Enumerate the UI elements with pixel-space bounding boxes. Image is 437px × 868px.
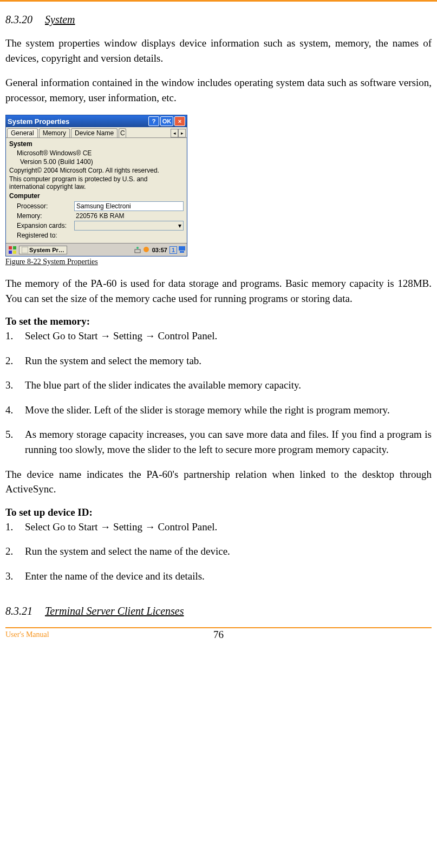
processor-label: Processor: <box>9 202 74 210</box>
processor-field[interactable]: Samsung Electroni <box>74 201 184 211</box>
step-text: The blue part of the slider indicates th… <box>25 378 432 393</box>
svg-rect-5 <box>135 249 140 253</box>
section-number: 8.3.20 <box>5 14 32 25</box>
section-title: Terminal Server Client Licenses <box>45 605 184 617</box>
start-button[interactable] <box>7 245 18 255</box>
step-text: Move the slider. Left of the slider is s… <box>25 403 432 418</box>
step-text: Select Go to Start → Setting → Control P… <box>25 328 432 344</box>
tray-desktop-icon[interactable] <box>178 246 186 254</box>
subheading-device-id: To set up device ID: <box>5 507 432 518</box>
step-number: 4. <box>5 403 25 418</box>
section-title: System <box>45 14 75 25</box>
tab-scroll-right[interactable]: ▸ <box>178 129 186 137</box>
step-text: Run the system and select the name of th… <box>25 544 432 559</box>
tab-bar: General Memory Device Name C ◂ ▸ <box>6 127 187 138</box>
system-copyright: Copyright© 2004 Microsoft Corp. All righ… <box>6 166 187 175</box>
step-number: 3. <box>5 569 25 584</box>
close-button[interactable]: × <box>174 116 185 126</box>
device-id-steps: 1.Select Go to Start → Setting → Control… <box>5 520 432 584</box>
group-system: System <box>6 139 187 149</box>
memory-label: Memory: <box>9 212 74 220</box>
section-number: 8.3.21 <box>5 605 32 617</box>
svg-rect-4 <box>22 247 28 253</box>
footer-title: User's Manual <box>5 630 49 639</box>
paragraph: The memory of the PA-60 is used for data… <box>5 276 432 306</box>
section-heading-2: 8.3.21 Terminal Server Client Licenses <box>5 605 432 617</box>
memory-value: 220576 KB RAM <box>74 212 184 220</box>
tab-memory[interactable]: Memory <box>39 128 70 137</box>
svg-rect-0 <box>9 246 12 249</box>
page-bottom-rule <box>5 627 432 628</box>
svg-rect-3 <box>13 251 16 254</box>
step-number: 2. <box>5 544 25 559</box>
system-version: Version 5.00 (Build 1400) <box>6 157 187 166</box>
step-number: 1. <box>5 328 25 344</box>
expansion-select[interactable]: ▾ <box>74 221 184 231</box>
step-text: Enter the name of the device and its det… <box>25 569 432 584</box>
tab-scroll-left[interactable]: ◂ <box>171 129 178 137</box>
svg-rect-1 <box>13 246 16 249</box>
taskbar: System Pr… 03:57 1 <box>6 243 187 256</box>
app-icon <box>22 247 28 253</box>
help-button[interactable]: ? <box>148 116 159 126</box>
system-os: Microsoft® Windows® CE <box>6 149 187 157</box>
svg-rect-8 <box>179 246 185 251</box>
paragraph: The device name indicates the PA-60's pa… <box>5 467 432 497</box>
page-number: 76 <box>213 629 224 641</box>
step-number: 1. <box>5 520 25 535</box>
taskbar-app[interactable]: System Pr… <box>19 246 67 254</box>
paragraph: The system properties window displays de… <box>5 36 432 65</box>
svg-rect-9 <box>180 251 184 253</box>
step-text: Select Go to Start → Setting → Control P… <box>25 520 432 535</box>
page-top-rule <box>0 0 437 2</box>
step-text: Run the system and select the memory tab… <box>25 353 432 369</box>
tab-overflow[interactable]: C <box>119 128 126 137</box>
windows-flag-icon <box>8 246 17 254</box>
figure-caption: Figure 8-22 System Properties <box>5 258 432 266</box>
group-computer: Computer <box>6 191 187 201</box>
tab-general[interactable]: General <box>7 128 38 137</box>
step-number: 3. <box>5 378 25 393</box>
step-number: 5. <box>5 427 25 457</box>
memory-steps: 1.Select Go to Start → Setting → Control… <box>5 328 432 457</box>
section-heading-1: 8.3.20 System <box>5 14 432 26</box>
tray-keyboard-icon[interactable]: 1 <box>169 246 177 254</box>
svg-point-7 <box>144 247 149 252</box>
system-properties-dialog: System Properties ? OK × General Memory … <box>5 115 187 257</box>
step-text: As memory storage capacity increases, yo… <box>25 427 432 457</box>
tray-network-icon[interactable] <box>134 246 141 254</box>
step-number: 2. <box>5 353 25 369</box>
tray-clock[interactable]: 03:57 <box>151 247 168 253</box>
dialog-title: System Properties <box>8 117 69 126</box>
registered-label: Registered to: <box>9 232 74 239</box>
svg-point-6 <box>136 247 139 249</box>
page-footer: User's Manual 76 <box>5 630 432 639</box>
ok-button[interactable]: OK <box>160 116 173 126</box>
dialog-titlebar[interactable]: System Properties ? OK × <box>6 115 187 127</box>
tray-signal-icon[interactable] <box>142 246 150 254</box>
expansion-label: Expansion cards: <box>9 222 74 229</box>
subheading-memory: To set the memory: <box>5 315 432 327</box>
svg-rect-2 <box>9 251 12 254</box>
tab-device-name[interactable]: Device Name <box>71 128 118 137</box>
taskbar-app-label: System Pr… <box>29 247 64 253</box>
system-legal: This computer program is protected by U.… <box>6 175 187 191</box>
paragraph: General information contained in the win… <box>5 75 432 105</box>
